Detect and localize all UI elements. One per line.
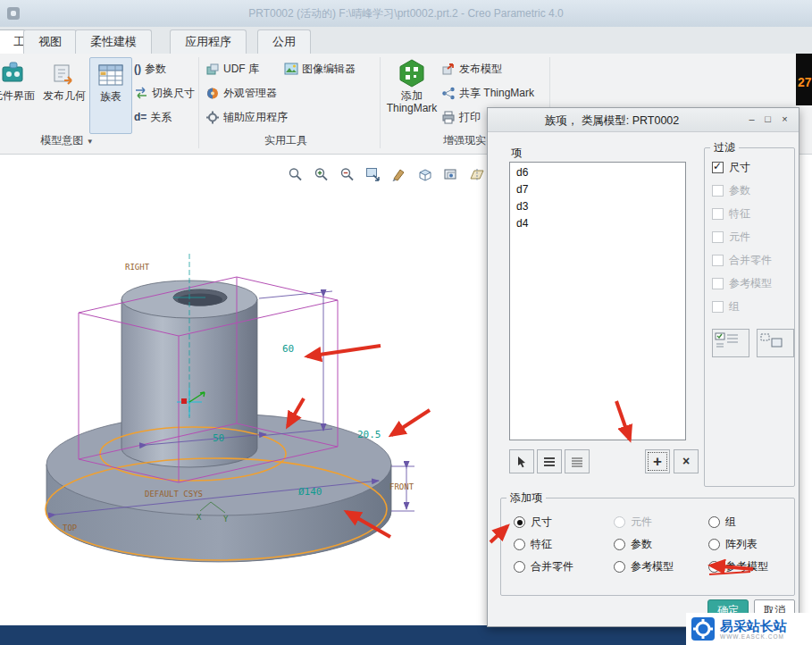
zoom-in-button[interactable] xyxy=(310,164,333,185)
group-model-intent[interactable]: 模型意图 ▼ xyxy=(13,133,121,148)
radio-icon[interactable] xyxy=(708,561,720,573)
udf-library-button[interactable]: UDF 库 xyxy=(205,59,259,79)
relations-button[interactable]: d= 关系 xyxy=(134,107,172,127)
list-item[interactable]: d4 xyxy=(510,215,685,232)
remove-item-button[interactable]: × xyxy=(674,449,699,473)
radio-icon[interactable] xyxy=(514,561,525,573)
checkbox-icon[interactable] xyxy=(712,301,724,313)
radio-merge-part[interactable]: 合并零件 xyxy=(514,556,614,578)
zoom-out-button[interactable] xyxy=(336,164,359,185)
datum-front-label[interactable]: FRONT xyxy=(389,482,414,491)
list-item[interactable]: d6 xyxy=(510,164,685,181)
chevron-down-icon: ▼ xyxy=(87,138,94,146)
repaint-button[interactable] xyxy=(388,164,411,185)
ribbon-separator xyxy=(198,57,199,148)
dim-60[interactable]: 60 xyxy=(282,343,294,355)
add-item-button[interactable]: + xyxy=(645,449,670,473)
checkbox-icon[interactable] xyxy=(712,255,724,266)
datum-top-label[interactable]: TOP xyxy=(63,524,78,532)
tab-view[interactable]: 视图 xyxy=(23,29,77,54)
ribbon-separator xyxy=(380,57,381,148)
filter-group-item[interactable]: 组 xyxy=(705,295,794,318)
filter-group: 过滤 尺寸 参数 特征 元件 合并零件 参 xyxy=(704,140,795,487)
filter-dimension[interactable]: 尺寸 xyxy=(705,155,794,179)
zoom-select-button[interactable] xyxy=(284,164,307,185)
axis-y-label: Y xyxy=(223,515,229,524)
share-thingmark-button[interactable]: 共享 ThingMark xyxy=(441,83,534,103)
component-interface-button[interactable]: 元件界面 xyxy=(0,57,39,132)
list-item[interactable]: d7 xyxy=(510,181,685,198)
filter-feature[interactable]: 特征 xyxy=(705,202,794,225)
default-csys-label[interactable]: DEFAULT CSYS xyxy=(145,490,203,498)
watermark-name: 易采站长站 xyxy=(720,619,787,633)
add-thingmark-button[interactable]: 添加 ThingMark xyxy=(386,55,438,130)
radio-icon[interactable] xyxy=(514,539,525,550)
display-style-button[interactable] xyxy=(414,164,437,185)
aux-applications-button[interactable]: 辅助应用程序 xyxy=(205,107,288,127)
radio-component[interactable]: 元件 xyxy=(614,511,708,533)
radio-pattern-table[interactable]: 阵列表 xyxy=(708,533,794,556)
checkbox-icon[interactable] xyxy=(712,185,724,197)
image-editor-button[interactable]: 图像编辑器 xyxy=(284,59,356,79)
radio-icon[interactable] xyxy=(614,539,625,550)
family-table-button[interactable]: 族表 xyxy=(89,57,132,134)
saved-orientations-button[interactable] xyxy=(439,164,463,185)
dialog-close-button[interactable]: × xyxy=(777,113,792,127)
watermark: 易采站长站 WWW.EASCK.COM xyxy=(686,613,812,645)
parameters-button[interactable]: () 参数 xyxy=(134,59,166,79)
table-columns-button[interactable] xyxy=(565,449,590,473)
dim-20-5[interactable]: 20.5 xyxy=(357,429,381,440)
radio-ref-model[interactable]: 参考模型 xyxy=(614,556,708,578)
tab-applications[interactable]: 应用程序 xyxy=(170,29,247,54)
dialog-title-bar[interactable]: 族项， 类属模型: PRT0002 – □ × xyxy=(488,108,799,132)
window-title: PRT0002 (活动的) F:\晴峰学习\prt0002.prt.2 - Cr… xyxy=(0,6,812,21)
tab-common[interactable]: 公用 xyxy=(257,29,311,54)
appearance-manager-button[interactable]: 外观管理器 xyxy=(205,83,277,103)
publish-model-button[interactable]: 发布模型 xyxy=(441,59,502,79)
list-item[interactable]: d3 xyxy=(510,198,685,215)
verify-button[interactable] xyxy=(712,329,749,357)
model-canvas[interactable]: 60 20.5 50 Ø140 RIGHT FRONT TOP DEFAULT … xyxy=(0,154,487,627)
publish-geometry-button[interactable]: 发布几何 xyxy=(39,57,89,132)
dim-140[interactable]: Ø140 xyxy=(298,486,322,498)
add-item-label: 添加项 xyxy=(506,490,546,506)
filter-parameter[interactable]: 参数 xyxy=(705,179,794,202)
radio-group[interactable]: 组 xyxy=(708,511,794,533)
checkbox-checked-icon[interactable] xyxy=(712,162,724,173)
dialog-maximize-button[interactable]: □ xyxy=(760,113,775,127)
tab-flexible-modeling[interactable]: 柔性建模 xyxy=(75,29,152,54)
checkbox-icon[interactable] xyxy=(712,231,724,243)
dim-50[interactable]: 50 xyxy=(213,432,224,444)
switch-dimensions-button[interactable]: 切换尺寸 xyxy=(134,83,195,103)
radio-icon[interactable] xyxy=(614,561,625,573)
datum-right-label[interactable]: RIGHT xyxy=(125,263,150,272)
radio-icon[interactable] xyxy=(708,539,720,550)
watermark-subtext: WWW.EASCK.COM xyxy=(720,633,787,640)
share-thingmark-icon xyxy=(441,87,456,100)
radio-icon[interactable] xyxy=(708,516,720,528)
family-table-icon xyxy=(97,62,124,88)
print-button[interactable]: 打印 xyxy=(441,107,481,127)
component-interface-icon xyxy=(0,61,27,88)
checkbox-icon[interactable] xyxy=(712,278,724,289)
dialog-minimize-button[interactable]: – xyxy=(744,113,759,127)
radio-feature[interactable]: 特征 xyxy=(514,533,614,556)
filter-merge-part[interactable]: 合并零件 xyxy=(705,248,794,272)
radio-selected-icon[interactable] xyxy=(514,516,525,528)
ribbon-tab-bar: 工具 视图 柔性建模 应用程序 公用 xyxy=(0,27,812,54)
family-items-list[interactable]: d6 d7 d3 d4 xyxy=(509,162,686,440)
filter-ref-model[interactable]: 参考模型 xyxy=(705,272,794,295)
table-rows-button[interactable] xyxy=(537,449,562,473)
select-arrow-button[interactable] xyxy=(509,449,534,473)
datum-display-button[interactable] xyxy=(465,164,489,185)
filter-label: 过滤 xyxy=(710,140,739,155)
radio-dimension[interactable]: 尺寸 xyxy=(514,511,614,533)
radio-ref-model-2[interactable]: 参考模型 xyxy=(708,556,794,578)
checkbox-icon[interactable] xyxy=(712,208,724,220)
radio-icon[interactable] xyxy=(614,516,625,528)
refit-button[interactable] xyxy=(362,164,385,185)
radio-parameter[interactable]: 参数 xyxy=(614,533,708,556)
group-utilities: 实用工具 xyxy=(232,133,339,148)
filter-component[interactable]: 元件 xyxy=(705,225,794,248)
copy-settings-button[interactable] xyxy=(757,329,794,357)
